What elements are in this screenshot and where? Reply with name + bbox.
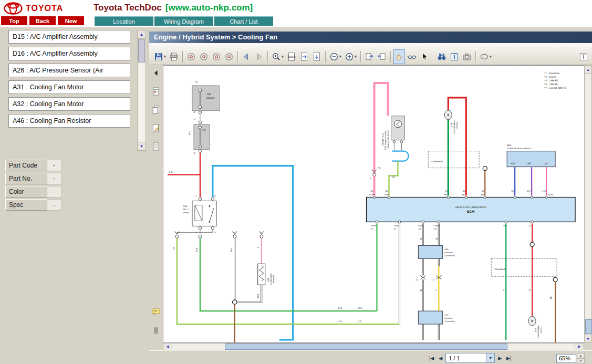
part-info-value: - bbox=[47, 160, 61, 171]
vertical-scrollbar[interactable]: ▲ ▼ bbox=[584, 65, 592, 343]
loupe-button[interactable] bbox=[406, 49, 418, 64]
snapshot-button[interactable] bbox=[461, 49, 473, 64]
component-item[interactable]: D15 : A/C Amplifier Assembly bbox=[8, 30, 130, 44]
chevron-down-icon[interactable]: ▾ bbox=[164, 54, 166, 59]
tab-wiring-diagram-button[interactable]: Wiring Diagram bbox=[154, 16, 213, 26]
page-export-button[interactable] bbox=[363, 49, 375, 64]
attachments-button[interactable] bbox=[150, 325, 162, 336]
scroll-down-button[interactable]: ▼ bbox=[138, 142, 146, 150]
chevron-down-icon[interactable]: ▼ bbox=[486, 353, 494, 362]
diagram-canvas[interactable]: *1 : Gasoline*2 : Diesel*5 : 1NR-FE*6 : … bbox=[163, 65, 584, 343]
ellipse-tool-button[interactable]: ▾ bbox=[479, 49, 493, 64]
nav-top-button[interactable]: Top bbox=[1, 16, 27, 25]
diagram-label: NE- bbox=[527, 162, 532, 165]
select-tool-button[interactable] bbox=[419, 49, 430, 64]
component-item[interactable]: A31 : Cooling Fan Motor bbox=[8, 80, 130, 94]
scroll-left-button[interactable]: ◀ bbox=[163, 344, 172, 350]
nav-back-button[interactable]: Back bbox=[29, 16, 56, 25]
scroll-up-button[interactable]: ▲ bbox=[138, 30, 146, 39]
diagram-label: 21 bbox=[393, 227, 396, 230]
nav-new-button[interactable]: New bbox=[58, 16, 84, 25]
first-page-button[interactable]: |◀ bbox=[428, 356, 435, 361]
round-tool-1-button[interactable] bbox=[185, 49, 197, 64]
component-item[interactable]: A32 : Cooling Fan Motor bbox=[8, 97, 130, 111]
collapse-panel-button[interactable] bbox=[150, 67, 162, 79]
sidebar-scroll-thumb[interactable] bbox=[138, 39, 145, 63]
search-button[interactable] bbox=[436, 49, 448, 64]
zoom-in-button[interactable]: ▾ bbox=[344, 49, 358, 64]
round-tool-2-button[interactable] bbox=[198, 49, 210, 64]
diagram-label: 65 bbox=[371, 190, 373, 192]
glasses-icon bbox=[407, 52, 417, 61]
diagram-label: NE- bbox=[462, 193, 465, 196]
hscroll-thumb[interactable] bbox=[225, 344, 507, 350]
diagram-label: 2F bbox=[193, 111, 196, 113]
tab-chart-list-button[interactable]: Chart / List bbox=[214, 16, 273, 26]
diagram-label: BR bbox=[550, 296, 552, 299]
breadcrumb: Engine / Hybrid System > Cooling Fan bbox=[149, 32, 592, 43]
fit-width-button[interactable] bbox=[311, 49, 323, 64]
fit-page-button[interactable] bbox=[298, 49, 310, 64]
component-item[interactable]: D16 : A/C Amplifier Assembly bbox=[8, 47, 130, 60]
hand-tool-button[interactable] bbox=[393, 49, 405, 64]
chevron-down-icon[interactable]: ▾ bbox=[355, 54, 357, 59]
horizontal-scrollbar[interactable]: ◀ ▶ bbox=[163, 343, 584, 350]
sidebar-scrollbar[interactable]: ▲ ▼ bbox=[137, 30, 146, 151]
component-item[interactable]: A26 : A/C Pressure Sensor (Air bbox=[8, 64, 130, 77]
chevron-down-icon[interactable]: ▾ bbox=[339, 54, 341, 59]
minus-circle-icon bbox=[329, 52, 339, 61]
spin-down-icon[interactable]: ▼ bbox=[577, 358, 585, 363]
diagram-label: FANH bbox=[371, 224, 377, 227]
scroll-up-button[interactable]: ▲ bbox=[585, 66, 591, 74]
text-tool-button[interactable] bbox=[578, 49, 589, 64]
scroll-right-button[interactable]: ▶ bbox=[575, 344, 584, 350]
diagram-label: Temperature Sensor bbox=[387, 129, 389, 149]
tab-location-button[interactable]: Location bbox=[95, 16, 153, 26]
zoom-out-button[interactable]: ▾ bbox=[328, 49, 342, 64]
vscroll-thumb[interactable] bbox=[585, 319, 592, 334]
forward-button[interactable] bbox=[253, 49, 265, 64]
page-import-button[interactable] bbox=[376, 49, 388, 64]
save-icon bbox=[154, 52, 163, 61]
back-button[interactable] bbox=[241, 49, 252, 64]
toyota-logo: TOYOTA bbox=[3, 2, 63, 15]
circle-tool-icon bbox=[199, 52, 209, 61]
component-sidebar: D15 : A/C Amplifier AssemblyD16 : A/C Am… bbox=[0, 27, 149, 364]
zoom-tool-button[interactable]: ▾ bbox=[271, 49, 285, 64]
chevron-down-icon[interactable]: ▾ bbox=[282, 54, 284, 59]
chevron-down-icon[interactable]: ▾ bbox=[490, 54, 492, 59]
next-page-button[interactable]: ▶ bbox=[496, 356, 503, 361]
round-tool-4-button[interactable] bbox=[223, 49, 235, 64]
save-button[interactable]: ▾ bbox=[153, 49, 167, 64]
diagram-label: (*1) bbox=[377, 167, 381, 169]
diagram-label: CF1 bbox=[444, 314, 449, 316]
last-page-button[interactable]: ▶| bbox=[505, 356, 513, 361]
info-button[interactable] bbox=[449, 49, 460, 64]
page-select[interactable]: 1 / 1 ▼ bbox=[445, 353, 495, 363]
print-button[interactable] bbox=[168, 49, 180, 64]
pages-button[interactable] bbox=[150, 104, 162, 116]
prev-page-button[interactable]: ◀ bbox=[437, 356, 444, 361]
diagram-label: R bbox=[529, 289, 531, 292]
diagram-label: GAUGE bbox=[206, 97, 215, 99]
diagram-label: FAN bbox=[183, 205, 187, 207]
scroll-down-button[interactable]: ▼ bbox=[585, 335, 591, 342]
diagram-label: 66 bbox=[385, 190, 388, 192]
triangle-left-icon bbox=[151, 68, 161, 78]
annotate-button[interactable] bbox=[150, 122, 162, 134]
hscroll-track[interactable] bbox=[172, 344, 575, 350]
layers-button[interactable] bbox=[150, 141, 162, 152]
diagram-label: W-L bbox=[188, 131, 191, 135]
zoom-spinner[interactable]: ▲ ▼ bbox=[577, 353, 585, 363]
diagram-label: (Shielded) bbox=[494, 268, 506, 271]
round-tool-3-button[interactable] bbox=[211, 49, 222, 64]
component-item[interactable]: A46 : Cooling Fan Resistor bbox=[8, 114, 130, 128]
zoom-control: 65% ▲ ▼ bbox=[556, 353, 585, 363]
page-arrow-icon bbox=[365, 52, 374, 61]
bookmarks-button[interactable] bbox=[150, 86, 162, 97]
comments-button[interactable] bbox=[150, 306, 162, 318]
spin-up-icon[interactable]: ▲ bbox=[577, 353, 585, 358]
zoom-100-button[interactable]: 100% bbox=[286, 49, 297, 64]
page-select-value: 1 / 1 bbox=[446, 355, 486, 361]
diagram-label: SNE bbox=[481, 193, 485, 196]
